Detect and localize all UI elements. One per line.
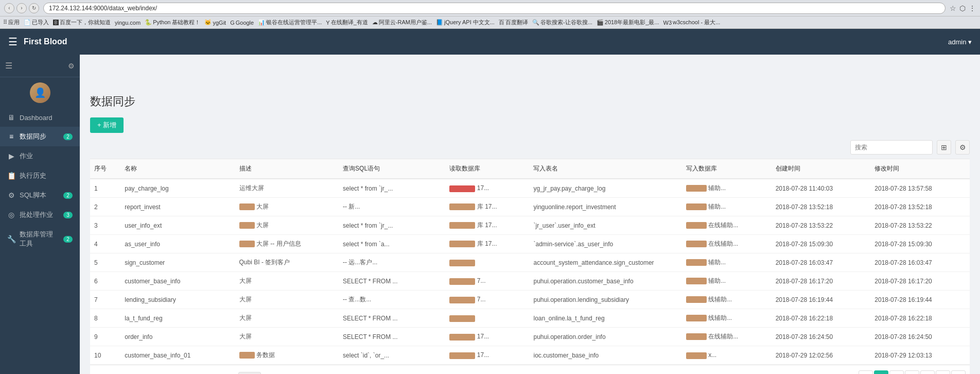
cell-name: lending_subsidiary [120,291,235,309]
cell-write-table: loan_online.la_t_fund_reg [529,309,681,328]
sidebar-item-batch[interactable]: ◎ 批处理作业 3 [0,205,80,225]
table-row: 7lending_subsidiary大屏-- 查...数... 7...puh… [90,291,970,309]
cell-name: customer_base_info [120,272,235,291]
bookmark-w3school[interactable]: W3 w3cschool - 最大... [663,19,721,26]
cell-no: 10 [90,346,120,365]
col-header-created: 创建时间 [772,159,871,179]
sidebar-item-label: 执行历史 [20,171,46,180]
table-row: 2report_invest 大屏-- 新... 库 17...yinguonl… [90,198,970,216]
prev-page-button[interactable]: ‹ [859,370,873,374]
back-button[interactable]: ‹ [4,3,14,13]
data-table: 序号 名称 描述 查询SQL语句 读取数据库 写入表名 写入数据库 创建时间 修… [90,159,970,365]
cell-name: as_user_info [120,235,235,253]
col-header-write-db: 写入数据库 [682,159,772,179]
cell-sql: -- 新... [339,198,445,216]
cell-desc: 大屏 -- 用户信息 [235,235,339,253]
sidebar-item-sql[interactable]: ⚙ SQL脚本 2 [0,185,80,205]
menu-icon[interactable]: ⋮ [969,4,976,12]
cell-desc: 运维大屏 [235,179,339,198]
db-icon: 🔧 [7,235,15,243]
search-input[interactable] [850,140,933,155]
bookmark-yingu[interactable]: yingu.com [115,20,141,26]
hamburger-icon[interactable]: ☰ [8,36,18,48]
cell-sql: SELECT * FROM ... [339,272,445,291]
cell-write-db: 辅助... [682,253,772,272]
bookmark-baidu-translate[interactable]: 百 百度翻译 [499,19,528,26]
cell-sql: select * from `a... [339,235,445,253]
cell-sql: select `id`, `or_... [339,346,445,365]
bookmark-google[interactable]: G Google [230,20,254,26]
bookmark-yggit[interactable]: 🐱 ygGit [204,19,226,26]
cell-read-db: 库 17... [445,198,529,216]
sidebar-item-dashboard[interactable]: 🖥 Dashboard [0,108,80,127]
cell-created: 2018-07-28 16:19:44 [772,291,871,309]
settings-button[interactable]: ⚙ [955,140,970,155]
cell-sql: SELECT * FROM ... [339,328,445,346]
bookmark-imported[interactable]: 📄 已导入 [24,19,49,26]
db-badge: 2 [63,236,73,243]
table-row: 6customer_base_info大屏SELECT * FROM ... 7… [90,272,970,291]
cell-write-db: x... [682,346,772,365]
cell-write-table: puhui.operation.customer_base_info [529,272,681,291]
cell-read-db [445,309,529,328]
cell-write-db: 辅助... [682,272,772,291]
cell-sql: select * from `jr_... [339,216,445,235]
cell-name: user_info_ext [120,216,235,235]
bookmark-yingu-mgmt[interactable]: 📊 银谷在线运营管理平... [258,19,322,26]
new-button[interactable]: + 新增 [90,117,124,133]
sidebar-toggle-icon[interactable]: ☰ [5,61,12,71]
bookmark-python[interactable]: 🐍 Python 基础教程！ [145,19,200,26]
cell-read-db: 库 17... [445,216,529,235]
cell-desc: 务数据 [235,346,339,365]
sidebar: ☰ ⚙ 👤 🖥 Dashboard ≡ 数据同步 2 ▶ 作业 📋 执行历史 [0,58,80,374]
extension-icon[interactable]: ⬡ [959,4,966,12]
page-1-button[interactable]: 1 [874,370,888,374]
sidebar-item-label: SQL脚本 [20,191,46,200]
sidebar-item-history[interactable]: 📋 执行历史 [0,166,80,185]
bookmark-baidu[interactable]: 🅱 百度一下，你就知道 [53,19,111,26]
sidebar-item-jobs[interactable]: ▶ 作业 [0,146,80,166]
sidebar-item-label: 批处理作业 [20,210,53,219]
cell-read-db [445,253,529,272]
dashboard-icon: 🖥 [7,113,15,122]
cell-created: 2018-07-28 16:17:20 [772,272,871,291]
admin-menu[interactable]: admin ▾ [948,38,972,46]
cell-name: customer_base_info_01 [120,346,235,365]
forward-button[interactable]: › [16,3,27,13]
bookmark-jquery[interactable]: 📘 jQuery API 中文文... [436,19,495,26]
page-2-button[interactable]: 2 [889,370,904,374]
bookmark-google-search[interactable]: 🔍 谷歌搜索-让谷歌搜... [532,19,592,26]
col-header-desc: 描述 [235,159,339,179]
page-size-select[interactable]: 10 20 50 [238,372,261,374]
cell-desc: 大屏 [235,198,339,216]
cell-modified: 2018-07-28 16:17:20 [870,272,970,291]
cell-sql: -- 查...数... [339,291,445,309]
page-4-button[interactable]: 4 [920,370,935,374]
cell-write-table: yinguonline.report_investment [529,198,681,216]
sidebar-item-db-tools[interactable]: 🔧 数据库管理工具 2 [0,225,80,253]
sql-badge: 2 [63,192,73,199]
col-header-name: 名称 [120,159,235,179]
page-5-button[interactable]: 5 [936,370,950,374]
table-row: 9order_info大屏SELECT * FROM ... 17...puhu… [90,328,970,346]
cell-no: 1 [90,179,120,198]
bookmark-movies[interactable]: 🎬 2018年最新电影_最... [597,19,659,26]
cell-read-db: 7... [445,291,529,309]
refresh-button[interactable]: ↻ [29,3,39,13]
sidebar-item-label: 数据同步 [20,132,46,141]
cell-write-table: ioc.customer_base_info [529,346,681,365]
cell-sql: -- 远...客户... [339,253,445,272]
page-3-button[interactable]: 3 [905,370,919,374]
next-page-button[interactable]: › [951,370,966,374]
bookmark-youdao[interactable]: Y 在线翻译_有道 [326,19,367,26]
sidebar-item-data-sync[interactable]: ≡ 数据同步 2 [0,127,80,146]
bookmark-apps[interactable]: ⠿ 应用 [3,19,20,26]
cell-write-table: puhui.operation.lending_subsidiary [529,291,681,309]
cell-modified: 2018-07-28 16:03:47 [870,253,970,272]
cell-name: report_invest [120,198,235,216]
sidebar-gear-icon[interactable]: ⚙ [68,62,75,70]
url-bar[interactable] [43,3,946,14]
bookmark-aliyun[interactable]: ☁ 阿里云-RAM用户鉴... [372,19,432,26]
star-icon[interactable]: ☆ [950,4,956,12]
grid-view-button[interactable]: ⊞ [937,140,951,155]
